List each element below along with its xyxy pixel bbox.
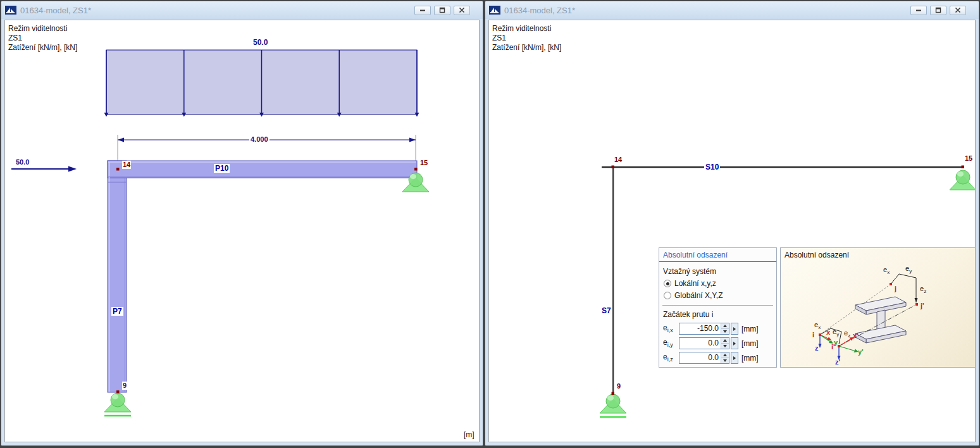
spin-down-icon xyxy=(723,359,727,362)
model-drawing xyxy=(5,20,480,442)
node-9-dot[interactable] xyxy=(612,392,615,395)
restore-button[interactable] xyxy=(930,6,946,15)
close-button[interactable] xyxy=(454,6,470,15)
load-value-label: 50.0 xyxy=(252,39,269,47)
eix-input[interactable]: -150.0 xyxy=(679,323,729,335)
member-column-bar[interactable] xyxy=(108,161,127,392)
member-beam-bar[interactable] xyxy=(108,161,417,178)
close-icon xyxy=(954,7,962,13)
eiz-more-button[interactable] xyxy=(731,352,738,364)
point-i-prime-dot xyxy=(838,345,840,347)
dimension-value-label: 4.000 xyxy=(249,135,270,144)
close-icon xyxy=(458,7,466,13)
absolute-offset-graphic-panel: Absolutní odsazení j j' i i' ex ey ez ex… xyxy=(780,247,976,368)
ez-arrowhead-j xyxy=(915,298,918,302)
spin-down-icon xyxy=(723,330,727,333)
axis-label-z: z xyxy=(815,344,819,352)
model-window-rendered: 01634-model, ZS1* xyxy=(1,1,483,446)
eix-more-button[interactable] xyxy=(731,323,738,335)
restore-button[interactable] xyxy=(434,6,450,15)
eiz-input[interactable]: 0.0 xyxy=(679,352,729,364)
support-node-15[interactable] xyxy=(950,170,976,190)
eiy-value[interactable]: 0.0 xyxy=(679,338,721,349)
eiz-value[interactable]: 0.0 xyxy=(679,352,721,363)
node-14-dot[interactable] xyxy=(612,166,615,169)
node-9-dot[interactable] xyxy=(116,390,120,394)
node-label-14[interactable]: 14 xyxy=(614,156,623,164)
dimension-arrow-right xyxy=(409,138,416,142)
more-arrow-icon xyxy=(733,342,736,345)
field-row-eix: ei,x -150.0 [mm] xyxy=(663,323,772,335)
spin-down-button[interactable] xyxy=(721,343,729,349)
node-label-9[interactable]: 9 xyxy=(122,382,127,390)
point-j-dot xyxy=(890,283,892,285)
axes-at-i-prime xyxy=(838,337,859,360)
spin-up-icon xyxy=(723,325,727,327)
model-canvas-rendered[interactable]: Režim viditelnosti ZS1 Zatížení [kN/m], … xyxy=(4,20,480,442)
member-label-column[interactable]: S7 xyxy=(600,306,612,315)
radio-label[interactable]: Lokální x,y,z xyxy=(674,279,716,288)
length-unit-label: [m] xyxy=(464,430,474,439)
panel-title: Absolutní odsazení xyxy=(785,251,849,259)
spin-up-button[interactable] xyxy=(721,338,729,343)
offset-diagram xyxy=(781,248,975,367)
offset-label-ex-i: ex xyxy=(814,321,821,332)
radio-selected-icon[interactable] xyxy=(664,280,671,287)
minimize-icon xyxy=(915,7,922,13)
node-label-9[interactable]: 9 xyxy=(616,382,621,390)
force-arrowhead xyxy=(68,166,77,172)
separator xyxy=(662,305,773,306)
eiy-more-button[interactable] xyxy=(731,337,738,349)
model-canvas-wireframe[interactable]: Režim viditelnosti ZS1 Zatížení [kN/m], … xyxy=(488,20,976,442)
minimize-button[interactable] xyxy=(910,6,927,15)
close-button[interactable] xyxy=(950,6,966,15)
field-label: ei,y xyxy=(663,338,679,348)
view-info: Režim viditelnosti ZS1 Zatížení [kN/m], … xyxy=(492,24,561,53)
field-row-eiz: ei,z 0.0 [mm] xyxy=(663,352,772,364)
info-line: ZS1 xyxy=(492,34,561,43)
view-info: Režim viditelnosti ZS1 Zatížení [kN/m], … xyxy=(8,24,77,53)
node-label-15[interactable]: 15 xyxy=(964,154,973,163)
member-label-beam[interactable]: P10 xyxy=(214,164,230,173)
model-window-wireframe: 01634-model, ZS1* xyxy=(485,1,979,446)
node-15-dot[interactable] xyxy=(962,166,965,169)
titlebar[interactable]: 01634-model, ZS1* xyxy=(485,1,979,19)
support-node-9[interactable] xyxy=(104,393,131,416)
member-label-beam[interactable]: S10 xyxy=(704,163,720,171)
minimize-button[interactable] xyxy=(414,6,431,15)
point-label-j: j xyxy=(895,285,896,292)
restore-icon xyxy=(934,7,942,13)
spin-down-button[interactable] xyxy=(721,358,729,363)
axis-label-z-prime: z' xyxy=(835,358,840,366)
support-node-9[interactable] xyxy=(600,394,626,417)
spin-up-button[interactable] xyxy=(721,323,729,328)
spin-down-icon xyxy=(723,345,727,347)
unit-label: [mm] xyxy=(741,325,759,333)
member-label-column[interactable]: P7 xyxy=(111,307,123,316)
absolute-offset-panel: Absolutní odsazení Vztažný systém Lokáln… xyxy=(659,247,777,368)
info-line: Zatížení [kN/m], [kN] xyxy=(492,43,561,53)
spin-up-button[interactable] xyxy=(721,352,729,358)
eix-value[interactable]: -150.0 xyxy=(679,323,721,334)
radio-unselected-icon[interactable] xyxy=(664,292,671,299)
eiy-input[interactable]: 0.0 xyxy=(679,337,729,349)
unit-label: [mm] xyxy=(741,339,759,348)
offset-label-ey-i: ey xyxy=(833,328,839,339)
spin-down-button[interactable] xyxy=(721,328,729,334)
node-label-15[interactable]: 15 xyxy=(419,159,428,167)
node-14-dot[interactable] xyxy=(116,168,120,171)
field-row-eiy: ei,y 0.0 [mm] xyxy=(663,337,772,349)
titlebar[interactable]: 01634-model, ZS1* xyxy=(1,1,483,19)
offset-label-ez-i: ez xyxy=(844,329,850,340)
reference-system-label: Vztažný systém xyxy=(659,264,776,277)
axis-label-y-prime: y' xyxy=(858,348,864,356)
radio-label[interactable]: Globální X,Y,Z xyxy=(674,291,723,300)
more-arrow-icon xyxy=(733,356,736,360)
radio-global-xyz[interactable]: Globální X,Y,Z xyxy=(659,289,776,301)
node-15-dot[interactable] xyxy=(414,168,418,171)
radio-local-xyz[interactable]: Lokální x,y,z xyxy=(659,277,776,289)
node-label-14[interactable]: 14 xyxy=(122,161,131,169)
axis-label-y: y xyxy=(834,339,838,346)
offset-label-ex-j: ex xyxy=(883,266,890,277)
offset-label-ey-j: ey xyxy=(905,264,912,275)
